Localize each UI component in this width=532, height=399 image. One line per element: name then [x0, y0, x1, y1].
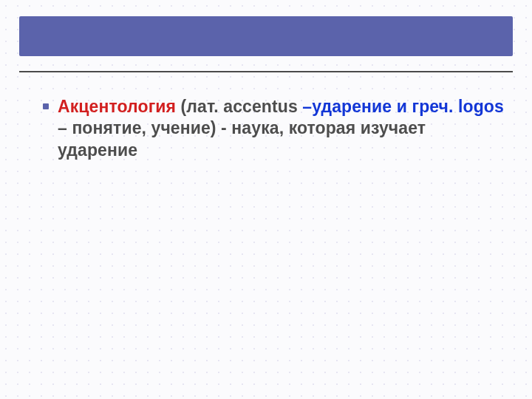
body-text-area: Акцентология (лат. accentus –ударение и … [43, 96, 507, 161]
bullet-icon [43, 103, 49, 109]
title-area [19, 16, 513, 74]
bullet-text: Акцентология (лат. accentus –ударение и … [58, 96, 507, 161]
title-bar [19, 16, 513, 56]
text-segment-term: Акцентология [58, 97, 181, 116]
text-segment-definition: – понятие, учение) - наука, которая изуч… [58, 118, 426, 159]
title-underline [19, 71, 513, 72]
text-segment-latin: (лат. accentus [181, 97, 303, 116]
list-item: Акцентология (лат. accentus –ударение и … [43, 96, 507, 161]
text-segment-etymology: –ударение и греч. logos [302, 97, 504, 116]
slide: Акцентология (лат. accentus –ударение и … [0, 0, 532, 399]
